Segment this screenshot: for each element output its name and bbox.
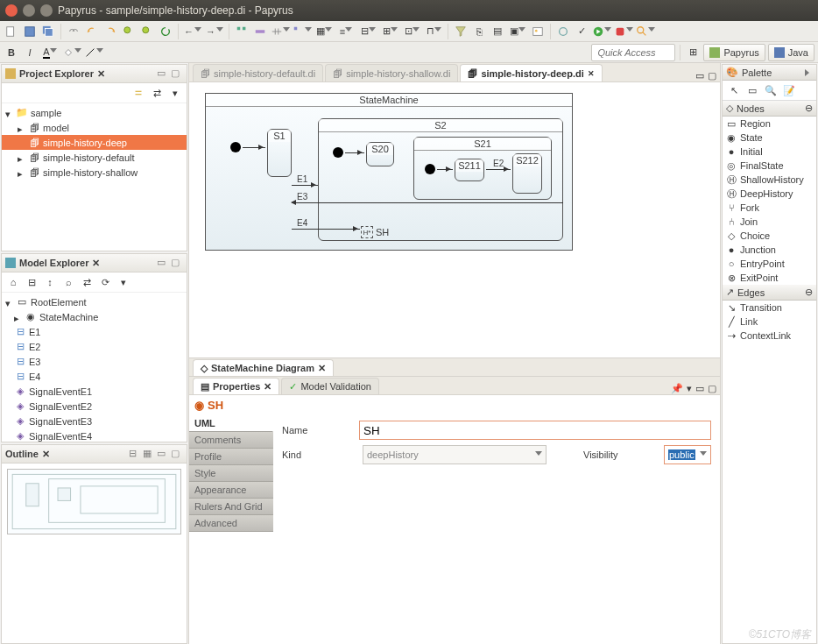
state-s1[interactable]: S1 xyxy=(267,129,292,177)
search-icon[interactable] xyxy=(636,24,655,39)
state-s2[interactable]: S2 S20 S21 S211 E2 S212 xyxy=(318,118,563,241)
pal-zoom-icon[interactable]: 🔍 xyxy=(763,82,779,98)
pal-state[interactable]: ◉State xyxy=(723,131,816,145)
tree-item-model[interactable]: ▸🗐model xyxy=(2,120,187,135)
props-nav-rulers[interactable]: Rulers And Grid xyxy=(189,499,273,515)
link-editor-icon[interactable]: ⇄ xyxy=(149,85,165,101)
close-icon[interactable]: ✕ xyxy=(588,69,595,78)
pal-finalstate[interactable]: ◎FinalState xyxy=(723,159,816,173)
zoom2-icon[interactable] xyxy=(139,24,155,39)
view-minimize-icon[interactable]: ▭ xyxy=(695,383,704,394)
pal-junction[interactable]: ●Junction xyxy=(723,243,816,257)
open-perspective-icon[interactable]: ⊞ xyxy=(685,45,701,60)
me-sig1[interactable]: ◈SignalEventE1 xyxy=(2,384,187,399)
me-e2[interactable]: ⊟E2 xyxy=(2,339,187,354)
view-maximize-icon[interactable]: ▢ xyxy=(171,257,183,269)
maximize-window-icon[interactable] xyxy=(40,4,53,17)
outline-thumbnail[interactable] xyxy=(7,469,181,534)
group-icon[interactable]: ▦ xyxy=(314,24,334,39)
initial-node-root[interactable] xyxy=(230,142,241,152)
props-pin-icon[interactable]: 📌 xyxy=(671,383,683,394)
me-filter-icon[interactable]: ⌕ xyxy=(60,274,76,290)
arrow-s2-s20[interactable] xyxy=(345,152,364,153)
initial-node-s21[interactable] xyxy=(425,164,435,174)
deep-history-sh[interactable]: H*SH xyxy=(361,226,389,238)
outline-thumb-icon[interactable]: ▦ xyxy=(143,448,155,460)
validate-icon[interactable]: ✓ xyxy=(574,24,589,39)
redo-icon[interactable] xyxy=(102,24,118,39)
window-icon[interactable]: ▣ xyxy=(508,24,527,39)
layout2-icon[interactable]: ⊟ xyxy=(358,24,377,39)
tree-item-sample[interactable]: ▾📁sample xyxy=(2,105,187,120)
new-icon[interactable] xyxy=(4,24,19,39)
editor-tab-default[interactable]: 🗐simple-history-default.di xyxy=(193,64,323,81)
arrow-e1[interactable] xyxy=(292,185,318,186)
layout5-icon[interactable]: ⊓ xyxy=(424,24,443,39)
props-nav-advanced[interactable]: Advanced xyxy=(189,515,273,532)
layout4-icon[interactable]: ⊡ xyxy=(402,24,421,39)
view-maximize-icon[interactable]: ▢ xyxy=(171,448,183,460)
view-minimize-icon[interactable]: ▭ xyxy=(157,448,169,460)
minimize-window-icon[interactable] xyxy=(23,4,35,17)
arrow-s211-s212[interactable] xyxy=(486,169,511,170)
reload-icon[interactable] xyxy=(555,24,571,39)
layout3-icon[interactable]: ⊞ xyxy=(380,24,399,39)
tab-icon[interactable]: ⎘ xyxy=(471,24,487,39)
fill-color-icon[interactable] xyxy=(62,45,81,60)
pal-marquee-icon[interactable]: ▭ xyxy=(744,82,760,98)
kind-combo[interactable]: deepHistory xyxy=(363,445,547,464)
state-s20[interactable]: S20 xyxy=(366,142,394,166)
pal-link[interactable]: ╱Link xyxy=(723,315,816,329)
pal-note-icon[interactable]: 📝 xyxy=(781,82,797,98)
me-home-icon[interactable]: ⌂ xyxy=(5,274,21,290)
pal-exitpoint[interactable]: ⊗ExitPoint xyxy=(723,271,816,285)
fwd-nav-icon[interactable]: → xyxy=(205,24,224,39)
pal-shallowhistory[interactable]: ⒽShallowHistory xyxy=(723,173,816,187)
arrow-s21-s211[interactable] xyxy=(437,169,453,170)
view-minimize-icon[interactable]: ▭ xyxy=(157,257,169,269)
arrow-e3[interactable] xyxy=(292,202,563,203)
collapse-all-icon[interactable] xyxy=(130,85,146,101)
view-maximize-icon[interactable]: ▢ xyxy=(171,67,183,80)
initial-node-s2[interactable] xyxy=(333,147,343,158)
props-nav-uml[interactable]: UML xyxy=(189,415,273,432)
pal-select-icon[interactable]: ↖ xyxy=(726,82,742,98)
props-nav-appearance[interactable]: Appearance xyxy=(189,482,273,499)
state-s211[interactable]: S211 xyxy=(455,159,484,181)
me-sm[interactable]: ▸◉StateMachine xyxy=(2,309,187,324)
pal-region[interactable]: ▭Region xyxy=(723,117,816,131)
close-window-icon[interactable] xyxy=(5,4,18,17)
view-minimize-icon[interactable]: ▭ xyxy=(157,67,169,80)
quick-access-input[interactable] xyxy=(591,44,675,61)
tree-item-simple-history-shallow[interactable]: ▸🗐simple-history-shallow xyxy=(2,165,187,180)
tab-properties[interactable]: ▤Properties ✕ xyxy=(193,378,279,394)
me-link-icon[interactable]: ⇄ xyxy=(79,274,95,290)
me-sig3[interactable]: ◈SignalEventE3 xyxy=(2,414,187,428)
layout1-icon[interactable]: ≡ xyxy=(336,24,356,39)
model-explorer-tree[interactable]: ▾▭RootElement ▸◉StateMachine ⊟E1 ⊟E2 ⊟E3… xyxy=(2,293,187,442)
font-color-icon[interactable]: A xyxy=(40,45,60,60)
save-all-icon[interactable] xyxy=(40,24,56,39)
refresh-icon[interactable] xyxy=(158,24,173,39)
outline-tree-icon[interactable]: ⊟ xyxy=(129,448,141,460)
me-sort-icon[interactable]: ↕ xyxy=(42,274,58,290)
arrow-e4[interactable] xyxy=(292,229,360,230)
image-icon[interactable] xyxy=(530,24,546,39)
palette-edges-header[interactable]: ↗Edges⊖ xyxy=(723,285,816,301)
link-icon[interactable] xyxy=(66,24,81,39)
pal-transition[interactable]: ↘Transition xyxy=(723,301,816,315)
editor-tab-deep[interactable]: 🗐simple-history-deep.di✕ xyxy=(460,64,602,81)
name-input[interactable] xyxy=(359,421,711,440)
filter-icon[interactable] xyxy=(453,24,469,39)
visibility-combo[interactable]: public xyxy=(664,445,711,464)
me-e3[interactable]: ⊟E3 xyxy=(2,354,187,369)
pal-join[interactable]: ⑃Join xyxy=(723,215,816,229)
statemachine-region[interactable]: StateMachine S1 S2 S20 S21 S211 E2 xyxy=(205,93,573,251)
diagram-canvas[interactable]: StateMachine S1 S2 S20 S21 S211 E2 xyxy=(189,82,720,357)
diagram-tab-sm[interactable]: ◇StateMachine Diagram✕ xyxy=(193,359,334,376)
state-s212[interactable]: S212 xyxy=(512,153,542,194)
align-icon[interactable] xyxy=(234,24,250,39)
pal-initial[interactable]: ●Initial xyxy=(723,145,816,159)
arrange-icon[interactable] xyxy=(252,24,268,39)
arrow-root-s1[interactable] xyxy=(243,147,265,148)
